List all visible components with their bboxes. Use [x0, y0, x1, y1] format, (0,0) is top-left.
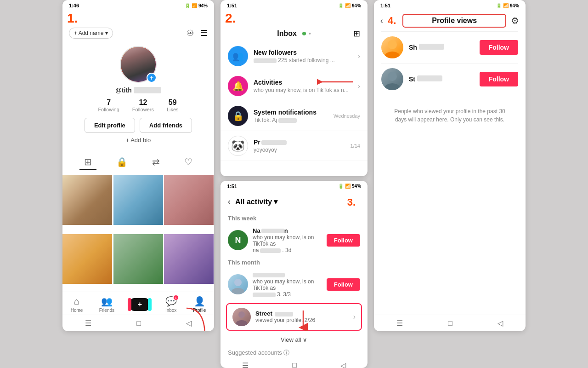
- lock-tab[interactable]: 🔒: [112, 155, 132, 170]
- profile-views-description: People who viewed your profile in the pa…: [374, 100, 526, 131]
- activities-sub: who you may know, is on TikTok as n...: [254, 87, 352, 93]
- repost-tab[interactable]: ⇄: [147, 155, 164, 170]
- view-all-button[interactable]: View all ∨: [220, 333, 368, 347]
- svg-point-3: [238, 311, 245, 318]
- activities-icon: 🔔: [228, 76, 248, 96]
- activity-item-1[interactable]: N Nan who you may know, is on TikTok as …: [220, 224, 368, 257]
- add-bio-button[interactable]: + Add bio: [126, 137, 151, 144]
- wifi-icon-4: 📶: [503, 3, 509, 8]
- android-menu-4: ☰: [396, 319, 403, 328]
- blur-street: [275, 312, 293, 316]
- viewer-name-blur-2: [417, 75, 442, 81]
- status-bar-4: 1:51 🔋 📶 94%: [374, 0, 526, 10]
- back-button-3[interactable]: ‹: [228, 197, 231, 207]
- android-back-icon: ◁: [186, 319, 192, 328]
- stat-following[interactable]: 7 Following: [98, 98, 119, 112]
- step-label-3: 3.: [343, 196, 360, 208]
- compose-button[interactable]: ⊞: [353, 29, 360, 39]
- user-name-2: [253, 271, 322, 278]
- step-label-1: 1.: [62, 10, 214, 26]
- activity-content-1: Nan who you may know, is on TikTok as na…: [253, 227, 322, 253]
- stat-followers[interactable]: 12 Followers: [132, 98, 154, 112]
- viewer-name-1: Sh: [409, 43, 444, 52]
- inbox-item-followers[interactable]: 👥 New followers 225 started following ..…: [220, 41, 368, 71]
- screen2-inbox: 1:51 🔋 📶 94% 2. Inbox • ⊞: [220, 0, 368, 176]
- viewer-name-blur-1: [419, 44, 444, 50]
- nav-profile[interactable]: 👤 Profile: [193, 296, 206, 313]
- battery-pct-4: 94%: [510, 3, 519, 8]
- inbox-dot2: •: [309, 30, 311, 37]
- follow-button-viewer-1[interactable]: Follow: [480, 40, 518, 55]
- blur-system: [278, 118, 297, 123]
- action-buttons: Edit profile Add friends: [85, 118, 192, 133]
- stat-likes[interactable]: 59 Likes: [167, 98, 179, 112]
- blur-desc-1: [260, 248, 281, 253]
- user-avatar-2: [228, 274, 248, 294]
- battery-icon-1: 🔋: [185, 3, 190, 8]
- nav-friends[interactable]: 👥 Friends: [99, 296, 114, 313]
- gear-icon[interactable]: ⚙: [511, 15, 519, 26]
- system-title: System notifications: [254, 109, 328, 116]
- follow-button-1[interactable]: Follow: [327, 234, 360, 247]
- plus-icon: +: [138, 300, 142, 309]
- viewer-avatar-1: [381, 36, 403, 58]
- android-back-4: ◁: [498, 319, 503, 328]
- status-bar-3: 1:51 🔋 📶 94%: [220, 181, 368, 191]
- nav-home-label: Home: [71, 308, 83, 313]
- android-menu-icon: ☰: [85, 319, 91, 328]
- user-avatar-n: N: [228, 230, 248, 250]
- battery-icon-4: 🔋: [496, 3, 502, 8]
- blur-name-1: [261, 229, 284, 233]
- inbox-item-panda[interactable]: 🐼 Pr yoyooyoy 1/14: [220, 131, 368, 161]
- create-button[interactable]: +: [130, 298, 149, 311]
- likes-tab[interactable]: ♡: [180, 155, 197, 170]
- avatar-container: +: [120, 46, 157, 83]
- android-back-3: ◁: [340, 361, 346, 368]
- nav-inbox[interactable]: 💬 1 Inbox: [165, 296, 177, 313]
- android-nav-1: ☰ □ ◁: [62, 315, 214, 331]
- add-name-button[interactable]: + Add name ▾: [69, 28, 113, 39]
- profile-section: + @tith 7 Following 12 Followers: [62, 42, 214, 150]
- stats-row: 7 Following 12 Followers 59 Likes: [98, 98, 178, 112]
- back-button-4[interactable]: ‹: [380, 16, 383, 26]
- viewer-item-1: Sh Follow: [374, 32, 526, 63]
- edit-profile-button[interactable]: Edit profile: [85, 118, 135, 133]
- street-avatar: [232, 308, 251, 326]
- follow-button-2[interactable]: Follow: [327, 278, 360, 291]
- username-display: @tith: [115, 86, 161, 94]
- inbox-item-activities[interactable]: 🔔 Activities who you may know, is on Tik…: [220, 71, 368, 101]
- activity-content-2: who you may know, is on TikTok as 3. 3/3: [253, 271, 322, 298]
- step-label-4: 4.: [388, 15, 398, 27]
- nav-create[interactable]: +: [130, 298, 149, 311]
- step-label-2: 2.: [220, 10, 368, 26]
- viewer-avatar-2: [381, 68, 403, 90]
- nav-home[interactable]: ⌂ Home: [71, 296, 83, 313]
- friends-nav-icon: 👥: [101, 296, 113, 307]
- panda-sub: yoyooyoy: [254, 147, 345, 153]
- svg-point-8: [388, 72, 397, 81]
- activities-arrow: [317, 78, 354, 86]
- inbox-item-system[interactable]: 🔒 System notifications TikTok: Aj Wednes…: [220, 101, 368, 131]
- this-week-label: This week: [220, 213, 368, 224]
- grid-tab[interactable]: ⊞: [79, 155, 96, 170]
- dropdown-icon: ▾: [274, 197, 277, 206]
- add-friends-button[interactable]: Add friends: [140, 118, 192, 133]
- friends-icon[interactable]: ♾: [187, 28, 194, 38]
- battery-icon-2: 🔋: [338, 3, 344, 8]
- android-nav-3: ☰ □ ◁: [220, 359, 368, 368]
- activity-item-2[interactable]: who you may know, is on TikTok as 3. 3/3…: [220, 268, 368, 301]
- blur-panda-title: [261, 140, 287, 145]
- menu-icon[interactable]: ☰: [200, 28, 208, 38]
- grid-cell: [113, 175, 163, 225]
- add-photo-button[interactable]: +: [147, 73, 157, 83]
- follow-button-viewer-2[interactable]: Follow: [480, 72, 518, 86]
- system-sub: TikTok: Aj: [254, 117, 328, 123]
- profile-views-title: Profile views: [402, 14, 506, 28]
- user-desc-1: who you may know, is on TikTok as: [253, 234, 322, 247]
- time-3: 1:51: [227, 184, 237, 189]
- suggested-label: Suggested accounts ⓘ: [220, 347, 368, 359]
- time-2: 1:51: [227, 3, 237, 8]
- screen4-profile-views: 1:51 🔋 📶 94% ‹ 4. Profile views ⚙: [374, 0, 526, 331]
- panda-timestamp: 1/14: [351, 143, 360, 149]
- street-chevron: ›: [353, 313, 356, 321]
